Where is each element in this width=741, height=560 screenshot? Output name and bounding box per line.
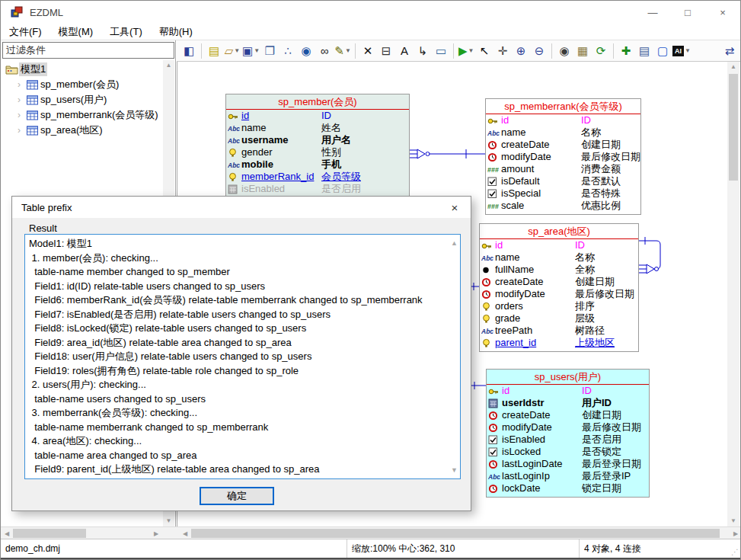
save-icon[interactable]: ▣▼: [242, 43, 260, 59]
field-row[interactable]: isLocked是否锁定: [487, 446, 649, 458]
toggle-sidebar-icon[interactable]: ◧: [180, 43, 197, 59]
field-row[interactable]: ###scale优惠比例: [486, 200, 640, 212]
field-row[interactable]: userIdstr用户ID: [487, 397, 649, 409]
field-row[interactable]: Abcmobile手机: [226, 158, 409, 171]
field-row[interactable]: lockDate锁定日期: [487, 482, 649, 494]
field-row[interactable]: idID: [226, 110, 409, 122]
field-row[interactable]: idID: [486, 114, 640, 126]
scroll-left-icon[interactable]: ◀: [179, 527, 191, 539]
field-row[interactable]: grade层级: [480, 312, 638, 325]
text-label-icon[interactable]: A: [396, 43, 413, 59]
dropdown-caret-icon[interactable]: ▼: [345, 47, 351, 54]
field-row[interactable]: idID: [487, 385, 649, 397]
tree-item-sp_area[interactable]: ›sp_area(地区): [1, 123, 162, 138]
frame-icon[interactable]: ▭: [433, 43, 449, 59]
field-row[interactable]: lastLoginDate最后登录日期: [487, 458, 649, 470]
field-row[interactable]: modifyDate最后修改日期: [487, 421, 649, 434]
entity-table-sp_users[interactable]: sp_users(用户)idIDuserIdstr用户IDcreateDate创…: [486, 369, 650, 498]
select-cursor-icon[interactable]: ↖: [476, 43, 493, 59]
scroll-right-icon[interactable]: ▶: [150, 527, 162, 539]
canvas-vertical-scrollbar[interactable]: ▲ ▼: [727, 62, 739, 526]
properties-icon[interactable]: ▤: [636, 43, 653, 59]
open-file-icon[interactable]: ▱▼: [224, 43, 241, 59]
chevron-right-icon[interactable]: ›: [18, 125, 27, 136]
field-row[interactable]: Abcname名称: [480, 251, 638, 264]
field-row[interactable]: AbctreePath树路径: [480, 325, 638, 337]
snapshot-icon[interactable]: ◉: [556, 43, 573, 59]
maximize-button[interactable]: □: [670, 1, 705, 24]
field-row[interactable]: createDate创建日期: [486, 139, 640, 151]
tree-item-sp_users[interactable]: ›sp_users(用户): [1, 92, 162, 107]
scroll-up-icon[interactable]: ▲: [451, 236, 458, 251]
browse-web-icon[interactable]: ◉: [298, 43, 315, 59]
field-row[interactable]: isSpecial是否特殊: [486, 187, 640, 200]
field-row[interactable]: memberRank_id会员等级: [226, 171, 409, 183]
delete-icon[interactable]: ✕: [359, 43, 376, 59]
dropdown-caret-icon[interactable]: ▼: [468, 47, 474, 54]
minimize-button[interactable]: —: [635, 1, 670, 24]
zoom-in-icon[interactable]: ⊕: [513, 43, 529, 59]
chevron-right-icon[interactable]: ›: [18, 110, 27, 120]
field-row[interactable]: parent_id上级地区: [480, 337, 638, 349]
tree-root-model[interactable]: 模型1: [1, 62, 162, 77]
entity-table-sp_memberrank[interactable]: sp_memberrank(会员等级)idIDAbcname名称createDa…: [485, 98, 641, 215]
entity-table-sp_area[interactable]: sp_area(地区)idIDAbcname名称fullName全称create…: [479, 223, 639, 352]
filter-input[interactable]: 过滤条件: [2, 42, 174, 59]
tree-hscrollbar-thumb[interactable]: [13, 529, 86, 538]
copy-model-icon[interactable]: ❐: [261, 43, 278, 59]
entity-table-sp_member[interactable]: sp_member(会员)idIDAbcname姓名Abcusername用户名…: [225, 94, 410, 198]
field-row[interactable]: gender性别: [226, 146, 409, 158]
result-textarea[interactable]: ▲ ▼ Model1: 模型1 1. member(会员): checking.…: [24, 234, 461, 479]
new-table-icon[interactable]: ⊟: [378, 43, 394, 59]
tree-item-sp_memberrank[interactable]: ›sp_memberrank(会员等级): [1, 107, 162, 123]
field-row[interactable]: isEnabled是否启用: [487, 434, 649, 446]
dropdown-caret-icon[interactable]: ▼: [685, 47, 691, 54]
field-row[interactable]: fullName全称: [480, 264, 638, 276]
auto-arrange-icon[interactable]: ∴: [279, 43, 296, 59]
scroll-left-icon[interactable]: ◀: [1, 527, 13, 539]
close-button[interactable]: ×: [705, 1, 740, 24]
menu-item[interactable]: 模型(M): [50, 24, 102, 40]
dialog-close-button[interactable]: ×: [439, 197, 471, 218]
field-row[interactable]: createDate创建日期: [480, 276, 638, 288]
sync-panel-icon[interactable]: ⇄: [721, 43, 738, 59]
field-row[interactable]: isDefault是否默认: [486, 175, 640, 187]
pan-hand-icon[interactable]: ✛: [494, 43, 511, 59]
run-icon[interactable]: ▶▼: [458, 43, 474, 59]
chevron-right-icon[interactable]: ›: [18, 94, 27, 105]
fit-selection-icon[interactable]: ▢: [654, 43, 671, 59]
field-row[interactable]: isEnabled是否启用: [226, 183, 409, 195]
scroll-down-icon[interactable]: ▼: [451, 463, 458, 478]
tree-item-sp_member[interactable]: ›sp_member(会员): [1, 77, 162, 92]
scroll-up-icon[interactable]: ▲: [166, 60, 172, 71]
menu-item[interactable]: 帮助(H): [151, 24, 201, 40]
dropdown-caret-icon[interactable]: ▼: [254, 47, 260, 54]
find-icon[interactable]: ∞: [316, 43, 333, 59]
field-row[interactable]: Abcname姓名: [226, 122, 409, 134]
field-row[interactable]: idID: [480, 239, 638, 251]
connector-icon[interactable]: ↳: [414, 43, 431, 59]
menu-item[interactable]: 文件(F): [1, 24, 50, 40]
field-row[interactable]: Abcname名称: [486, 126, 640, 139]
resize-grip[interactable]: ⋰: [731, 548, 739, 556]
chevron-right-icon[interactable]: ›: [18, 79, 27, 90]
add-tool-icon[interactable]: ✚: [618, 43, 634, 59]
ai-icon[interactable]: AI▼: [672, 43, 691, 59]
menu-item[interactable]: 工具(T): [101, 24, 151, 40]
field-row[interactable]: createDate创建日期: [487, 409, 649, 421]
field-row[interactable]: orders排序: [480, 300, 638, 312]
field-row[interactable]: modifyDate最后修改日期: [486, 151, 640, 163]
dropdown-caret-icon[interactable]: ▼: [234, 47, 240, 54]
scroll-right-icon[interactable]: ▶: [730, 527, 741, 539]
new-file-icon[interactable]: ▤: [206, 43, 222, 59]
edit-pencil-icon[interactable]: ✎▼: [334, 43, 351, 59]
ok-button[interactable]: 确定: [200, 487, 274, 505]
field-row[interactable]: modifyDate最后修改日期: [480, 288, 638, 300]
export-image-icon[interactable]: ▦: [574, 43, 591, 59]
zoom-out-icon[interactable]: ⊖: [531, 43, 548, 59]
canvas-hscrollbar-thumb[interactable]: [191, 529, 720, 538]
scroll-down-icon[interactable]: ▼: [166, 516, 172, 526]
scroll-down-icon[interactable]: ▼: [730, 516, 736, 526]
refresh-doc-icon[interactable]: ⟳: [592, 43, 609, 59]
field-row[interactable]: AbclastLoginIp最后登录IP: [487, 470, 649, 482]
